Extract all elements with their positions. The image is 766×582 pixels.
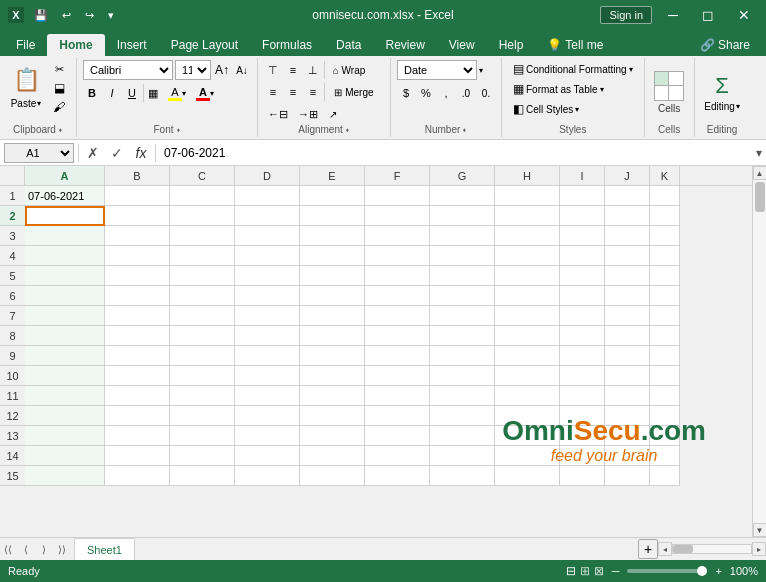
font-expand-icon[interactable]: ⬧: [176, 125, 181, 134]
cell-B9[interactable]: [105, 346, 170, 366]
cell-G6[interactable]: [430, 286, 495, 306]
cell-C7[interactable]: [170, 306, 235, 326]
cell-G8[interactable]: [430, 326, 495, 346]
cell-F4[interactable]: [365, 246, 430, 266]
save-quickaccess[interactable]: 💾: [30, 7, 52, 24]
cell-H10[interactable]: [495, 366, 560, 386]
cell-D13[interactable]: [235, 426, 300, 446]
cell-C8[interactable]: [170, 326, 235, 346]
paste-dropdown-arrow[interactable]: ▾: [37, 99, 41, 108]
cell-D1[interactable]: [235, 186, 300, 206]
cell-E5[interactable]: [300, 266, 365, 286]
cell-F6[interactable]: [365, 286, 430, 306]
cell-A13[interactable]: [25, 426, 105, 446]
h-scroll-left[interactable]: ◂: [658, 542, 672, 556]
tab-home[interactable]: Home: [47, 34, 104, 56]
merge-center-button[interactable]: ⊞ Merge: [324, 82, 384, 102]
cell-styles-arrow[interactable]: ▾: [575, 105, 579, 114]
cell-I10[interactable]: [560, 366, 605, 386]
restore-button[interactable]: ◻: [694, 7, 722, 23]
cell-C2[interactable]: [170, 206, 235, 226]
cell-J11[interactable]: [605, 386, 650, 406]
col-header-K[interactable]: K: [650, 166, 680, 185]
bold-button[interactable]: B: [83, 83, 101, 103]
cell-K5[interactable]: [650, 266, 680, 286]
cell-E15[interactable]: [300, 466, 365, 486]
conditional-formatting-arrow[interactable]: ▾: [629, 65, 633, 74]
font-size-increase[interactable]: A↑: [213, 60, 231, 80]
cell-A5[interactable]: [25, 266, 105, 286]
font-size-decrease[interactable]: A↓: [233, 60, 251, 80]
cell-A9[interactable]: [25, 346, 105, 366]
cell-J10[interactable]: [605, 366, 650, 386]
cell-J7[interactable]: [605, 306, 650, 326]
format-painter-button[interactable]: 🖌: [48, 98, 70, 116]
zoom-thumb[interactable]: [697, 566, 707, 576]
cell-G10[interactable]: [430, 366, 495, 386]
cell-E4[interactable]: [300, 246, 365, 266]
cell-C13[interactable]: [170, 426, 235, 446]
sheet-nav-next[interactable]: ⟩: [36, 541, 52, 557]
cell-H5[interactable]: [495, 266, 560, 286]
row-header-5[interactable]: 5: [0, 266, 25, 286]
cell-I9[interactable]: [560, 346, 605, 366]
cell-K6[interactable]: [650, 286, 680, 306]
sheet-nav-last[interactable]: ⟩⟩: [54, 541, 70, 557]
cell-G3[interactable]: [430, 226, 495, 246]
align-bottom-button[interactable]: ⊥: [304, 60, 322, 80]
cell-F13[interactable]: [365, 426, 430, 446]
cell-F12[interactable]: [365, 406, 430, 426]
row-header-11[interactable]: 11: [0, 386, 25, 406]
cell-E14[interactable]: [300, 446, 365, 466]
number-expand-icon[interactable]: ⬧: [462, 125, 467, 134]
align-left-button[interactable]: ≡: [264, 82, 282, 102]
cell-G1[interactable]: [430, 186, 495, 206]
cell-F3[interactable]: [365, 226, 430, 246]
col-header-B[interactable]: B: [105, 166, 170, 185]
cell-C12[interactable]: [170, 406, 235, 426]
cell-H3[interactable]: [495, 226, 560, 246]
cell-C11[interactable]: [170, 386, 235, 406]
cell-D6[interactable]: [235, 286, 300, 306]
number-format-arrow[interactable]: ▾: [479, 66, 483, 75]
cell-A15[interactable]: [25, 466, 105, 486]
cell-K11[interactable]: [650, 386, 680, 406]
page-break-view-button[interactable]: ⊠: [594, 564, 604, 578]
minimize-button[interactable]: ─: [660, 7, 686, 23]
cell-A2[interactable]: [25, 206, 105, 226]
cell-I2[interactable]: [560, 206, 605, 226]
cell-J8[interactable]: [605, 326, 650, 346]
tab-help[interactable]: Help: [487, 34, 536, 56]
cell-B7[interactable]: [105, 306, 170, 326]
corner-cell[interactable]: [0, 166, 25, 186]
format-as-table-arrow[interactable]: ▾: [600, 85, 604, 94]
cell-E8[interactable]: [300, 326, 365, 346]
orientation-button[interactable]: ↗: [324, 104, 342, 124]
cell-D14[interactable]: [235, 446, 300, 466]
cell-D11[interactable]: [235, 386, 300, 406]
clipboard-expand-icon[interactable]: ⬧: [58, 125, 63, 134]
cell-B12[interactable]: [105, 406, 170, 426]
cell-B14[interactable]: [105, 446, 170, 466]
col-header-G[interactable]: G: [430, 166, 495, 185]
cell-F11[interactable]: [365, 386, 430, 406]
scroll-down-button[interactable]: ▼: [753, 523, 767, 537]
cell-D7[interactable]: [235, 306, 300, 326]
cell-I4[interactable]: [560, 246, 605, 266]
cell-F10[interactable]: [365, 366, 430, 386]
cell-B2[interactable]: [105, 206, 170, 226]
row-header-14[interactable]: 14: [0, 446, 25, 466]
cell-B5[interactable]: [105, 266, 170, 286]
cell-A10[interactable]: [25, 366, 105, 386]
cell-G12[interactable]: [430, 406, 495, 426]
scroll-track[interactable]: [753, 180, 766, 523]
cell-B6[interactable]: [105, 286, 170, 306]
cell-H15[interactable]: [495, 466, 560, 486]
col-header-I[interactable]: I: [560, 166, 605, 185]
customize-quickaccess[interactable]: ▾: [104, 7, 118, 24]
cell-F7[interactable]: [365, 306, 430, 326]
cell-K8[interactable]: [650, 326, 680, 346]
number-format-select[interactable]: Date: [397, 60, 477, 80]
wrap-text-button[interactable]: ⌂ Wrap: [324, 60, 374, 80]
col-header-J[interactable]: J: [605, 166, 650, 185]
